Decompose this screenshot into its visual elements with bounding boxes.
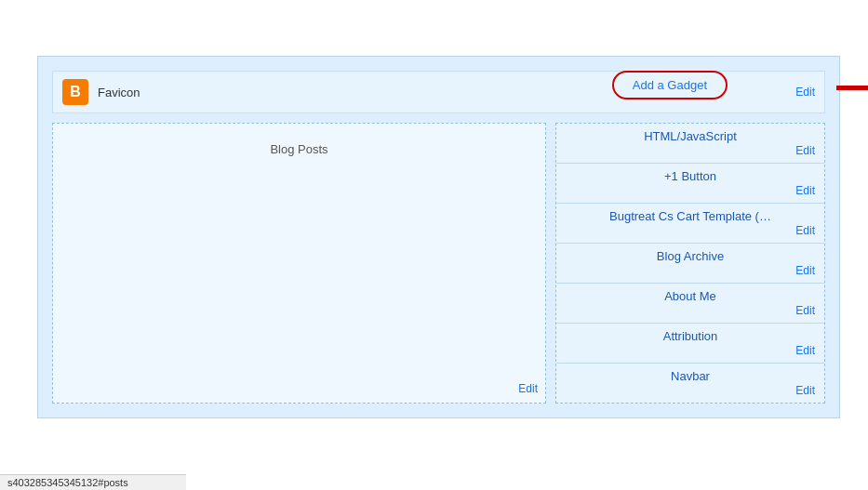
gadget-item: AttributionEdit <box>556 324 824 364</box>
favicon-edit-link[interactable]: Edit <box>795 86 815 99</box>
gadget-name: Blog Archive <box>566 249 815 263</box>
gadget-name: About Me <box>566 289 815 303</box>
content-area: Blog Posts Edit HTML/JavaScriptEdit+1 Bu… <box>52 123 825 404</box>
gadget-item: NavbarEdit <box>556 364 824 403</box>
add-gadget-button[interactable]: Add a Gadget <box>612 71 728 99</box>
status-text: s403285345345132#posts <box>7 477 128 488</box>
gadget-item: Bugtreat Cs Cart Template (…Edit <box>556 204 824 244</box>
gadget-item: Blog ArchiveEdit <box>556 244 824 284</box>
gadget-edit-link[interactable]: Edit <box>795 304 815 317</box>
gadget-edit-link[interactable]: Edit <box>795 344 815 357</box>
gadget-name: +1 Button <box>566 169 815 183</box>
gadgets-panel: HTML/JavaScriptEdit+1 ButtonEditBugtreat… <box>555 123 825 404</box>
arrow-indicator <box>836 77 868 98</box>
blog-posts-edit-container: Edit <box>518 381 538 395</box>
main-layout-container: B Favicon Edit Add a Gadget Blog Posts E… <box>37 56 840 418</box>
status-bar: s403285345345132#posts <box>0 474 186 490</box>
gadget-edit-link[interactable]: Edit <box>795 264 815 277</box>
blog-posts-label: Blog Posts <box>53 124 545 175</box>
gadget-edit-link[interactable]: Edit <box>795 184 815 197</box>
gadget-edit-link[interactable]: Edit <box>795 144 815 157</box>
gadget-name: Bugtreat Cs Cart Template (… <box>566 209 815 223</box>
gadget-edit-link[interactable]: Edit <box>795 224 815 237</box>
gadget-edit-link[interactable]: Edit <box>795 384 815 397</box>
arrow-shaft <box>836 86 868 90</box>
gadget-item: About MeEdit <box>556 284 824 324</box>
blog-posts-edit-link[interactable]: Edit <box>518 382 538 395</box>
gadget-name: Attribution <box>566 329 815 343</box>
gadget-item: HTML/JavaScriptEdit <box>556 124 824 164</box>
blogger-icon: B <box>62 79 88 105</box>
gadget-name: Navbar <box>566 369 815 383</box>
favicon-label: Favicon <box>98 86 140 99</box>
blog-posts-panel: Blog Posts Edit <box>52 123 546 404</box>
gadget-item: +1 ButtonEdit <box>556 164 824 204</box>
favicon-left: B Favicon <box>62 79 140 105</box>
gadget-name: HTML/JavaScript <box>566 129 815 143</box>
